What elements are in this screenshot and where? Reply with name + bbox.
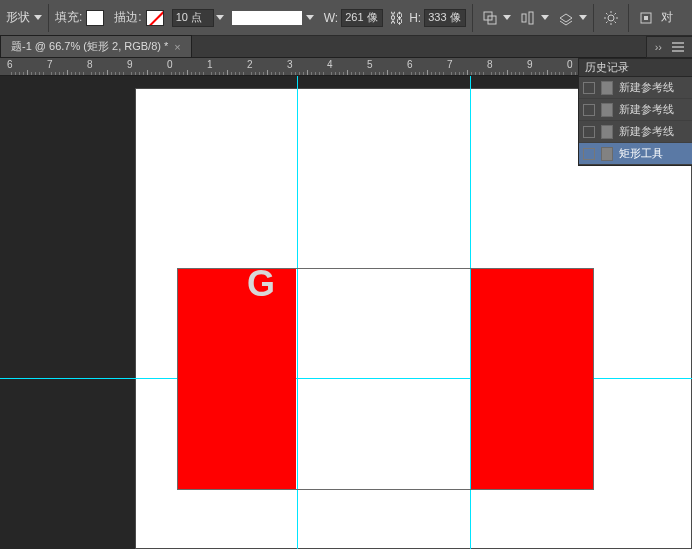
ruler-tick: 7 — [447, 59, 453, 70]
svg-point-4 — [608, 15, 614, 21]
ruler-number: 3 — [287, 59, 293, 70]
document-icon — [601, 125, 613, 139]
ruler-tick: 1 — [207, 59, 213, 70]
ruler-number: 6 — [407, 59, 413, 70]
ruler-number: 0 — [567, 59, 573, 70]
svg-rect-6 — [644, 16, 648, 20]
history-item-label: 矩形工具 — [619, 146, 663, 161]
stroke-label: 描边: — [114, 9, 141, 26]
ruler-number: 6 — [7, 59, 13, 70]
stroke-swatch[interactable] — [146, 10, 164, 26]
document-icon — [601, 81, 613, 95]
history-item-label: 新建参考线 — [619, 124, 674, 139]
ruler-number: 7 — [447, 59, 453, 70]
document-tabs: 题-1 @ 66.7% (矩形 2, RGB/8) * × — [0, 36, 692, 58]
separator — [593, 4, 594, 32]
ruler-number: 5 — [367, 59, 373, 70]
ruler-tick: 8 — [487, 59, 493, 70]
align-edges-button[interactable] — [635, 7, 657, 29]
ruler-number: 0 — [167, 59, 173, 70]
ruler-tick: 6 — [407, 59, 413, 70]
visibility-box[interactable] — [583, 148, 595, 160]
options-bar: 形状 填充: 描边: W: ⛓ H: 对 — [0, 0, 692, 36]
chevron-down-icon — [306, 15, 314, 20]
ruler-tick: 2 — [247, 59, 253, 70]
chevron-down-icon — [34, 15, 42, 20]
shape-mode-dropdown[interactable]: 形状 — [6, 9, 42, 26]
stroke-width-input[interactable] — [172, 9, 214, 27]
chevron-down-icon[interactable] — [216, 15, 224, 20]
history-item[interactable]: 新建参考线 — [579, 99, 692, 121]
ruler-tick: 6 — [7, 59, 13, 70]
ruler-number: 7 — [47, 59, 53, 70]
close-icon[interactable]: × — [174, 41, 180, 53]
ruler-tick: 9 — [527, 59, 533, 70]
history-item-label: 新建参考线 — [619, 102, 674, 117]
chevron-down-icon[interactable] — [503, 15, 511, 20]
ruler-tick: 8 — [87, 59, 93, 70]
tab-title: 题-1 @ 66.7% (矩形 2, RGB/8) * — [11, 39, 168, 54]
link-dimensions-icon[interactable]: ⛓ — [389, 10, 403, 26]
panel-title: 历史记录 — [585, 60, 629, 75]
ruler-tick: 3 — [287, 59, 293, 70]
chevron-down-icon[interactable] — [579, 15, 587, 20]
fill-swatch[interactable] — [86, 10, 104, 26]
arrange-button[interactable] — [555, 7, 577, 29]
separator — [472, 4, 473, 32]
shape-bounding-box[interactable] — [177, 268, 594, 490]
history-item-label: 新建参考线 — [619, 80, 674, 95]
ruler-tick: 0 — [167, 59, 173, 70]
history-panel: 历史记录 新建参考线新建参考线新建参考线矩形工具 — [578, 58, 692, 166]
ruler-number: 1 — [207, 59, 213, 70]
fill-label: 填充: — [55, 9, 82, 26]
svg-rect-3 — [529, 12, 533, 24]
ruler-number: 8 — [487, 59, 493, 70]
svg-rect-2 — [522, 14, 526, 22]
visibility-box[interactable] — [583, 104, 595, 116]
visibility-box[interactable] — [583, 126, 595, 138]
history-item[interactable]: 新建参考线 — [579, 121, 692, 143]
width-label: W: — [324, 11, 338, 25]
ruler-number: 9 — [527, 59, 533, 70]
align-edges-label: 对 — [661, 9, 673, 26]
document-icon — [601, 103, 613, 117]
history-item[interactable]: 矩形工具 — [579, 143, 692, 165]
height-input[interactable] — [424, 9, 466, 27]
separator — [628, 4, 629, 32]
ruler-tick: 9 — [127, 59, 133, 70]
ruler-tick: 4 — [327, 59, 333, 70]
history-item[interactable]: 新建参考线 — [579, 77, 692, 99]
document-tab[interactable]: 题-1 @ 66.7% (矩形 2, RGB/8) * × — [0, 35, 192, 57]
document-icon — [601, 147, 613, 161]
watermark: G — [247, 263, 277, 305]
shape-mode-label: 形状 — [6, 9, 30, 26]
ruler-number: 8 — [87, 59, 93, 70]
align-button[interactable] — [517, 7, 539, 29]
ruler-tick: 0 — [567, 59, 573, 70]
visibility-box[interactable] — [583, 82, 595, 94]
ruler-number: 2 — [247, 59, 253, 70]
stroke-line-preview — [232, 11, 302, 25]
chevron-down-icon[interactable] — [541, 15, 549, 20]
path-operations-button[interactable] — [479, 7, 501, 29]
width-input[interactable] — [341, 9, 383, 27]
separator — [48, 4, 49, 32]
ruler-number: 9 — [127, 59, 133, 70]
gear-icon[interactable] — [600, 7, 622, 29]
ruler-number: 4 — [327, 59, 333, 70]
panel-header[interactable]: 历史记录 — [579, 59, 692, 77]
ruler-tick: 7 — [47, 59, 53, 70]
panel-collapse-bar: ›› — [646, 36, 692, 58]
height-label: H: — [409, 11, 421, 25]
stroke-style-dropdown[interactable] — [232, 11, 314, 25]
collapse-icon[interactable]: ›› — [655, 41, 662, 53]
ruler-tick: 5 — [367, 59, 373, 70]
menu-icon[interactable] — [672, 42, 684, 52]
